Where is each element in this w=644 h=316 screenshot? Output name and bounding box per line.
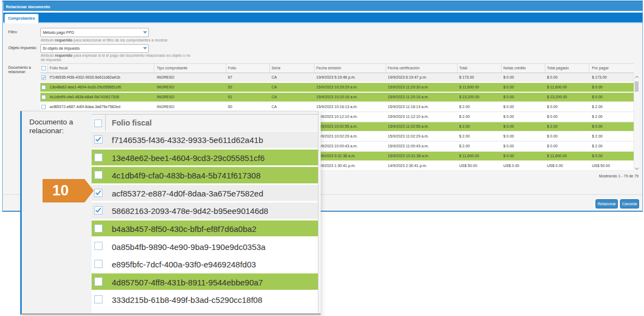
svg-text:10: 10: [52, 182, 69, 198]
